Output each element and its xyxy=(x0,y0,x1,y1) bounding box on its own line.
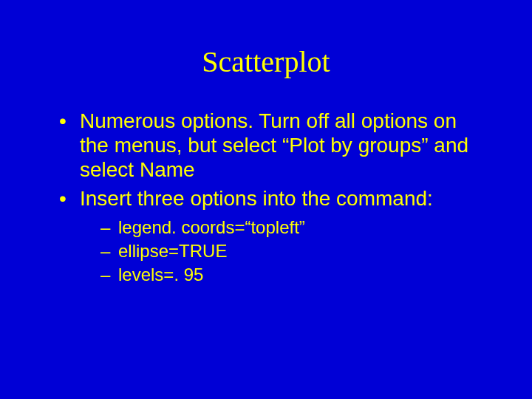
bullet-item: Numerous options. Turn off all options o… xyxy=(59,109,488,182)
bullet-text: Insert three options into the command: xyxy=(80,187,433,210)
bullet-item: Insert three options into the command: l… xyxy=(59,186,488,286)
slide: Scatterplot Numerous options. Turn off a… xyxy=(0,0,532,399)
bullet-list: Numerous options. Turn off all options o… xyxy=(59,109,488,286)
sub-bullet-text: levels=. 95 xyxy=(118,265,203,284)
sub-bullet-item: legend. coords=“topleft” xyxy=(100,216,488,239)
sub-bullet-text: ellipse=TRUE xyxy=(118,241,227,261)
sub-bullet-item: ellipse=TRUE xyxy=(100,240,488,262)
slide-title: Scatterplot xyxy=(44,44,488,79)
sub-bullet-item: levels=. 95 xyxy=(100,264,488,286)
bullet-text: Numerous options. Turn off all options o… xyxy=(80,109,468,181)
sub-bullet-text: legend. coords=“topleft” xyxy=(118,217,305,237)
sub-bullet-list: legend. coords=“topleft” ellipse=TRUE le… xyxy=(100,216,488,286)
